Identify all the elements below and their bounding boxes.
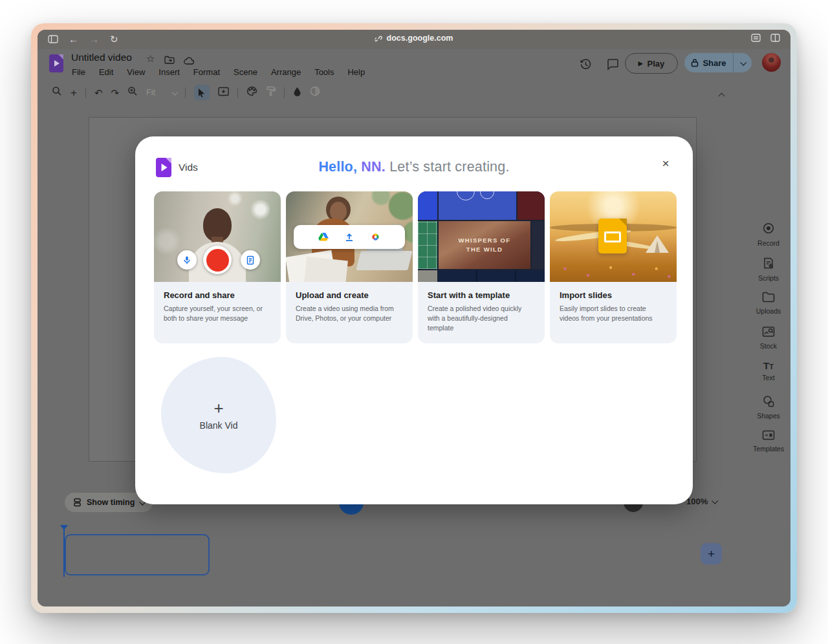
cloud-status-icon[interactable] [184, 56, 195, 67]
document-title[interactable]: Untitled video [71, 52, 132, 63]
menu-arrange[interactable]: Arrange [271, 67, 301, 77]
sidebar-item-uploads[interactable]: Uploads [748, 292, 789, 315]
divider [185, 87, 186, 98]
paint-format-icon[interactable] [266, 86, 276, 99]
browser-window: ← → ↻ docs.google.com Untitled video ☆ [31, 23, 797, 613]
sidebar-item-text[interactable]: TT Text [748, 360, 789, 381]
menu-view[interactable]: View [127, 67, 145, 77]
zoom-level: 100% [686, 497, 708, 506]
sidebar-label: Shapes [748, 412, 789, 420]
record-icon [762, 222, 775, 235]
sidebar-item-record[interactable]: Record [748, 222, 789, 247]
sidebar-label: Templates [748, 445, 789, 453]
card-import-slides[interactable]: Import slides Easily import slides to cr… [550, 191, 677, 343]
sidebar-label: Uploads [748, 307, 789, 315]
timeline-scene-clip[interactable] [65, 534, 210, 575]
sidebar-item-shapes[interactable]: Shapes [748, 395, 789, 420]
sidebar-label: Scripts [748, 274, 789, 282]
reload-icon[interactable]: ↻ [110, 34, 118, 45]
card-description: Create a polished video quickly with a b… [428, 304, 535, 333]
move-folder-icon[interactable] [164, 55, 175, 67]
menu-format[interactable]: Format [193, 67, 220, 77]
reader-view-icon[interactable] [751, 34, 761, 42]
back-icon[interactable]: ← [69, 34, 78, 45]
frame-add-icon[interactable] [218, 87, 229, 99]
add-scene-button[interactable]: + [701, 543, 722, 564]
uploads-folder-icon [762, 292, 775, 303]
fill-color-icon[interactable] [293, 87, 301, 99]
menu-file[interactable]: File [72, 67, 85, 77]
select-tool-button[interactable] [194, 85, 210, 100]
vids-app-logo [49, 54, 63, 72]
share-label: Share [703, 58, 726, 68]
zoom-icon[interactable] [127, 86, 138, 99]
timing-icon [73, 498, 82, 507]
sidebar-item-stock[interactable]: Stock [748, 326, 789, 350]
account-avatar[interactable] [762, 53, 781, 72]
slides-preview-image [550, 191, 677, 282]
address-bar[interactable]: docs.google.com [375, 34, 453, 43]
split-view-icon[interactable] [770, 34, 780, 42]
fit-zoom-select[interactable]: Fit [146, 88, 177, 97]
sidebar-toggle-icon[interactable] [48, 35, 58, 43]
divider [284, 87, 285, 98]
redo-icon[interactable]: ↷ [111, 88, 120, 98]
card-description: Create a video using media from Drive, P… [296, 304, 403, 323]
card-description: Easily import slides to create videos fr… [560, 304, 667, 323]
forward-icon[interactable]: → [89, 34, 99, 45]
card-record-and-share[interactable]: Record and share Capture yourself, your … [154, 191, 281, 343]
share-button[interactable]: Share [684, 53, 752, 72]
card-title: Upload and create [296, 290, 403, 300]
menu-scene[interactable]: Scene [234, 67, 257, 77]
palette-icon[interactable] [246, 86, 257, 99]
dialog-title: Hello, NN. Let’s start creating. [135, 159, 693, 175]
add-icon[interactable]: + [71, 88, 77, 98]
menu-edit[interactable]: Edit [99, 67, 113, 77]
blank-vid-label: Blank Vid [200, 420, 238, 431]
window-content: ← → ↻ docs.google.com Untitled video ☆ [38, 30, 790, 606]
card-title: Import slides [560, 290, 667, 300]
chevron-up-icon [719, 93, 725, 100]
lock-icon [691, 58, 699, 67]
theme-color-icon[interactable] [310, 86, 320, 99]
template-preview-image: WHISPERS OF THE WILD [418, 191, 545, 282]
card-start-with-template[interactable]: WHISPERS OF THE WILD Start with a templa… [418, 191, 545, 343]
comments-icon[interactable] [607, 58, 619, 73]
mic-icon [177, 250, 197, 270]
share-dropdown[interactable] [734, 53, 752, 72]
version-history-icon[interactable] [580, 58, 592, 73]
scripts-icon [762, 257, 775, 270]
link-icon [375, 34, 383, 42]
menu-tools[interactable]: Tools [314, 67, 334, 77]
chevron-down-icon [712, 498, 719, 504]
start-creating-dialog: Vids Hello, NN. Let’s start creating. × [135, 136, 693, 504]
close-button[interactable]: × [658, 156, 673, 171]
desktop-background: ← → ↻ docs.google.com Untitled video ☆ [0, 0, 828, 644]
cursor-icon [197, 88, 206, 98]
fit-label: Fit [146, 88, 155, 97]
upload-icon [344, 232, 354, 242]
upload-preview-image [286, 191, 413, 282]
play-button[interactable]: ▶ Play [625, 53, 678, 74]
star-icon[interactable]: ☆ [146, 53, 155, 65]
record-button-icon [203, 246, 232, 274]
plus-icon: + [213, 400, 223, 416]
greeting-hello: Hello, [318, 159, 357, 175]
undo-icon[interactable]: ↶ [94, 88, 103, 98]
sidebar-item-templates[interactable]: Templates [748, 430, 789, 453]
script-doc-icon [241, 250, 260, 270]
card-upload-and-create[interactable]: Upload and create Create a video using m… [286, 191, 413, 343]
timeline-zoom-control[interactable]: 100% [686, 497, 717, 506]
blank-vid-button[interactable]: + Blank Vid [161, 357, 276, 473]
divider [85, 87, 86, 98]
templates-icon [762, 430, 775, 440]
sidebar-item-scripts[interactable]: Scripts [748, 257, 789, 282]
sidebar-label: Text [748, 374, 789, 381]
menu-bar: File Edit View Insert Format Scene Arran… [72, 67, 365, 77]
menu-insert[interactable]: Insert [158, 67, 180, 77]
menu-help[interactable]: Help [347, 67, 365, 77]
template-title-line2: THE WILD [466, 245, 503, 254]
collapse-toolbar-button[interactable] [719, 89, 724, 101]
search-icon[interactable] [52, 86, 62, 99]
card-description: Capture yourself, your screen, or both t… [164, 304, 271, 323]
